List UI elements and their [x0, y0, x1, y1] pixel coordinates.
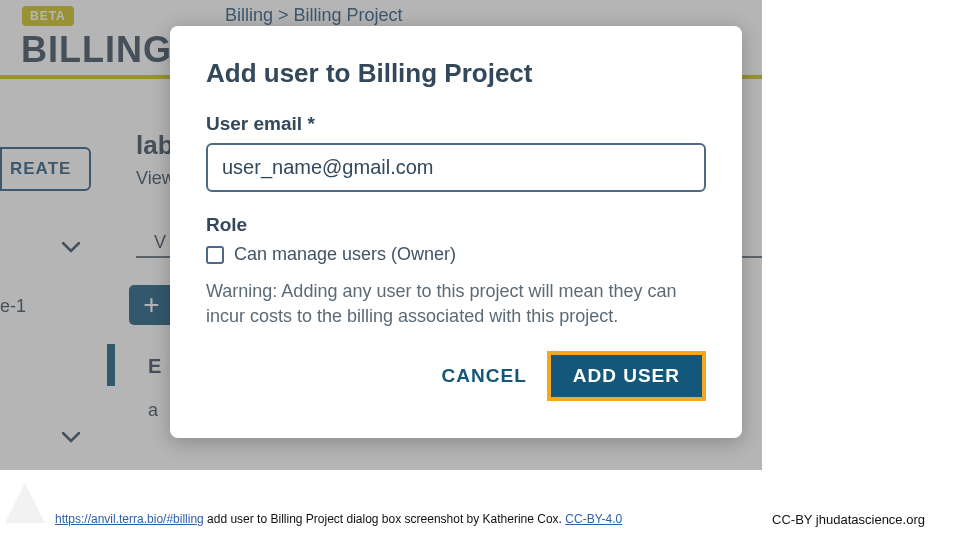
email-label: User email * [206, 113, 706, 135]
role-label: Role [206, 214, 706, 236]
add-user-button[interactable]: ADD USER [547, 351, 706, 401]
footer-source-link[interactable]: https://anvil.terra.bio/#billing [55, 512, 204, 526]
footer-logo-icon [0, 478, 50, 528]
checkbox-label: Can manage users (Owner) [234, 244, 456, 265]
footer-caption: https://anvil.terra.bio/#billing add use… [55, 512, 622, 526]
warning-text: Warning: Adding any user to this project… [206, 279, 706, 329]
cancel-button[interactable]: CANCEL [442, 365, 527, 387]
modal-actions: CANCEL ADD USER [206, 351, 706, 401]
add-user-modal: Add user to Billing Project User email *… [170, 26, 742, 438]
modal-title: Add user to Billing Project [206, 58, 706, 89]
checkbox-icon[interactable] [206, 246, 224, 264]
footer-license-link[interactable]: CC-BY-4.0 [565, 512, 622, 526]
footer-attribution: CC-BY jhudatascience.org [772, 512, 925, 527]
owner-checkbox-row[interactable]: Can manage users (Owner) [206, 244, 706, 265]
email-field[interactable] [206, 143, 706, 192]
